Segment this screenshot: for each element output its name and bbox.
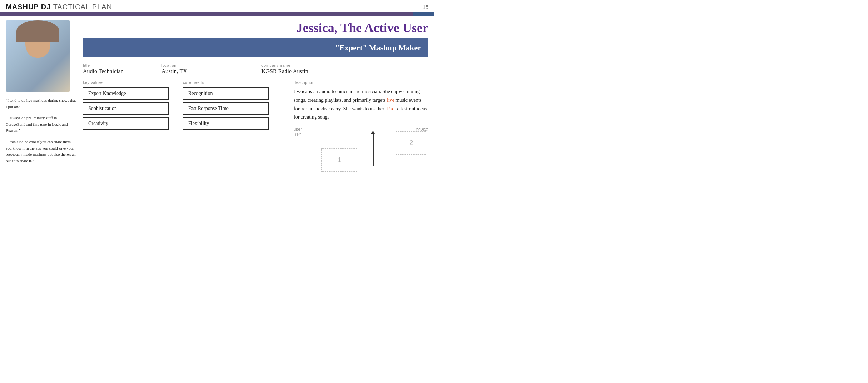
location-label: location — [161, 63, 261, 67]
color-bar-purple — [0, 12, 413, 16]
arrow-head — [371, 131, 375, 134]
core-need-flexibility: Flexibility — [183, 117, 269, 130]
description-text: Jessica is an audio technician and music… — [294, 87, 428, 121]
company-label: company name — [261, 63, 428, 67]
user-type-chart: novice 1 2 — [318, 127, 428, 173]
quote-3: "I think it'd be cool if you can share t… — [6, 139, 77, 164]
location-value: Austin, TX — [161, 68, 261, 75]
location-field: location Austin, TX — [161, 63, 261, 75]
persona-name: Jessica, The Active User — [296, 21, 428, 35]
user-type-section: user type — [294, 127, 311, 138]
company-value: KGSR Radio Austin — [261, 68, 428, 75]
user-type-label: user type — [294, 127, 311, 136]
name-header: Jessica, The Active User — [83, 20, 428, 35]
key-value-expert: Expert Knowledge — [83, 87, 169, 100]
core-needs-section: core needs Recognition Fast Response Tim… — [179, 80, 290, 173]
brand-title: MASHUP DJ TACTICAL PLAN — [6, 3, 112, 11]
description-section: description Jessica is an audio technici… — [290, 80, 428, 173]
core-need-recognition: Recognition — [183, 87, 269, 100]
role-text: "Expert" Mashup Maker — [335, 43, 421, 52]
description-label: description — [294, 80, 428, 85]
core-need-fast: Fast Response Time — [183, 102, 269, 115]
title-field: title Audio Technician — [83, 63, 161, 75]
role-banner: "Expert" Mashup Maker — [83, 38, 428, 57]
right-section: Jessica, The Active User "Expert" Mashup… — [83, 20, 428, 173]
left-column: "I tend to do live mashups during shows … — [6, 20, 77, 173]
quote-2: "I always do preliminary stuff in Garage… — [6, 115, 77, 134]
title-label: title — [83, 63, 161, 67]
color-bar-blue — [413, 12, 434, 16]
company-field: company name KGSR Radio Austin — [261, 63, 428, 75]
chart-box-1: 1 — [321, 148, 357, 172]
color-bar — [0, 12, 434, 16]
quotes-section: "I tend to do live mashups during shows … — [6, 97, 77, 164]
key-value-sophistication: Sophistication — [83, 102, 169, 115]
key-values-section: key values Expert Knowledge Sophisticati… — [83, 80, 179, 173]
key-value-creativity: Creativity — [83, 117, 169, 130]
core-needs-label: core needs — [183, 80, 290, 85]
page-number: 16 — [423, 4, 428, 10]
quote-1: "I tend to do live mashups during shows … — [6, 97, 77, 110]
info-grid: title Audio Technician location Austin, … — [83, 63, 428, 75]
brand-bold: MASHUP DJ — [6, 3, 51, 11]
chart-axis — [373, 133, 374, 166]
title-value: Audio Technician — [83, 68, 161, 75]
chart-box-2: 2 — [396, 131, 426, 155]
main-content: "I tend to do live mashups during shows … — [0, 16, 434, 173]
avatar — [6, 20, 70, 92]
key-values-label: key values — [83, 80, 179, 85]
page-header: MASHUP DJ TACTICAL PLAN 16 — [0, 0, 434, 11]
brand-light: TACTICAL PLAN — [51, 3, 112, 11]
